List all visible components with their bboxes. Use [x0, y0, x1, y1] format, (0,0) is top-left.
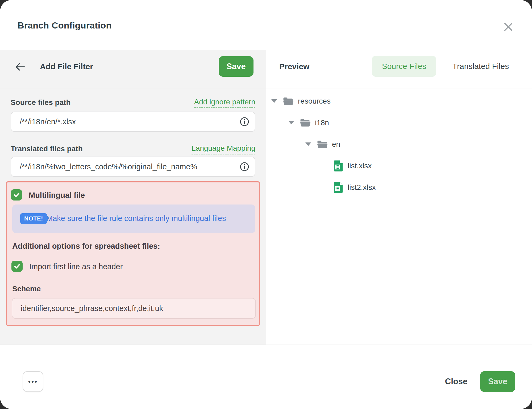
preview-title: Preview	[279, 62, 309, 71]
checkmark-icon	[13, 191, 20, 199]
tree-item-label: resources	[298, 97, 331, 105]
multilingual-checkbox-label[interactable]: Multilingual file	[29, 191, 85, 200]
back-arrow-glyph	[15, 62, 26, 71]
spreadsheet-options-heading: Additional options for spreadsheet files…	[12, 242, 160, 251]
tab-source-files[interactable]: Source Files	[372, 56, 436, 77]
spreadsheet-file-icon	[334, 182, 343, 193]
scheme-label: Scheme	[12, 285, 41, 293]
source-files-path-label: Source files path	[11, 98, 71, 107]
spreadsheet-file-icon	[334, 160, 343, 171]
tree-item-label: en	[332, 140, 340, 149]
tab-translated-files[interactable]: Translated Files	[442, 56, 519, 77]
folder-icon	[283, 97, 293, 106]
branch-configuration-modal: Branch Configuration Add File Filter Sav…	[0, 0, 532, 409]
scheme-input[interactable]	[12, 298, 256, 319]
tree-item-label: i18n	[315, 118, 329, 127]
back-arrow-icon[interactable]	[14, 60, 27, 73]
preview-panel: Preview Source Files Translated Files re…	[266, 50, 532, 345]
tree-row-resources[interactable]: resources	[266, 90, 532, 112]
info-icon[interactable]	[239, 162, 250, 172]
more-options-button[interactable]: •••	[23, 371, 43, 392]
folder-icon	[300, 118, 310, 127]
file-filter-header: Add File Filter Save	[0, 50, 266, 88]
translated-files-path-field-wrap	[11, 157, 255, 177]
info-icon[interactable]	[239, 117, 250, 127]
chevron-down-icon[interactable]	[271, 99, 277, 103]
file-filter-panel: Add File Filter Save Source files path A…	[0, 50, 266, 345]
tree-row-list-xlsx[interactable]: list.xlsx	[266, 155, 532, 177]
chevron-down-icon[interactable]	[288, 121, 294, 124]
source-files-path-field-wrap	[11, 112, 255, 132]
panel-title: Add File Filter	[40, 62, 93, 71]
tree-row-list2-xlsx[interactable]: list2.xlsx	[266, 177, 532, 198]
close-icon[interactable]	[501, 20, 516, 34]
modal-footer: ••• Close Save	[0, 345, 532, 409]
save-button[interactable]: Save	[219, 56, 253, 77]
page-title: Branch Configuration	[18, 20, 111, 31]
add-ignore-pattern-link[interactable]: Add ignore pattern	[194, 98, 255, 108]
info-glyph	[239, 162, 250, 172]
note-box: NOTE! Make sure the file rule contains o…	[12, 204, 255, 233]
close-button[interactable]: Close	[436, 371, 476, 392]
source-files-path-input[interactable]	[11, 112, 255, 132]
note-badge: NOTE!	[20, 213, 47, 224]
import-first-line-checkbox[interactable]	[11, 261, 23, 272]
note-text: Make sure the file rule contains only mu…	[46, 214, 226, 223]
folder-icon	[317, 140, 327, 149]
tree-row-i18n[interactable]: i18n	[266, 112, 532, 133]
translated-files-path-label: Translated files path	[11, 145, 83, 153]
tree-item-label: list.xlsx	[348, 162, 372, 170]
file-tree: resources i18n list.xlsx en	[266, 90, 532, 198]
modal-titlebar: Branch Configuration	[0, 0, 532, 49]
checkmark-icon	[13, 263, 21, 270]
tree-item-label: list2.xlsx	[348, 183, 376, 192]
import-first-line-label[interactable]: Import first line as a header	[29, 262, 123, 271]
close-x-glyph	[503, 22, 513, 32]
preview-header: Preview Source Files Translated Files	[266, 50, 532, 88]
ellipsis-icon: •••	[28, 378, 38, 385]
translated-files-path-input[interactable]	[11, 157, 255, 177]
scheme-field-wrap	[12, 298, 256, 319]
multilingual-section: Multilingual file NOTE! Make sure the fi…	[6, 181, 260, 326]
multilingual-checkbox[interactable]	[11, 189, 22, 201]
chevron-down-icon[interactable]	[305, 142, 311, 146]
info-glyph	[239, 117, 250, 127]
tree-row-en[interactable]: list.xlsx en	[266, 133, 532, 155]
language-mapping-link[interactable]: Language Mapping	[192, 144, 255, 154]
save-button-footer[interactable]: Save	[480, 371, 515, 392]
